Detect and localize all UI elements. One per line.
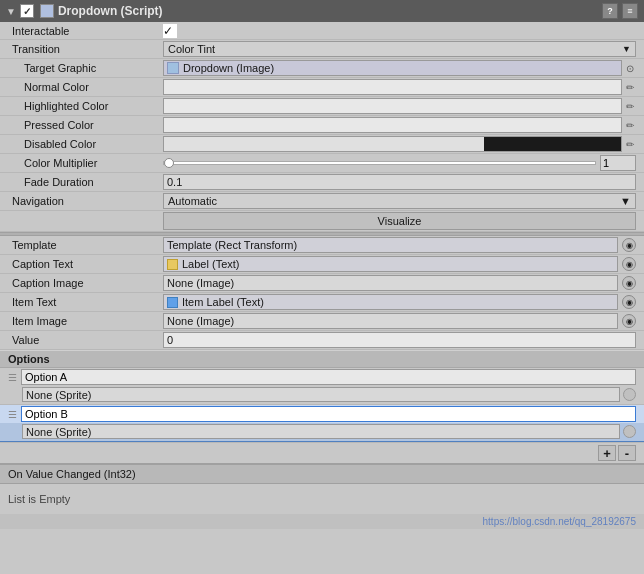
- color-multiplier-thumb[interactable]: [164, 158, 174, 168]
- disabled-color-row: Disabled Color ✏: [0, 135, 644, 154]
- item-text-circle-btn[interactable]: ◉: [622, 295, 636, 309]
- disabled-color-label: Disabled Color: [8, 138, 163, 150]
- option-item-0: ☰ None (Sprite): [0, 368, 644, 405]
- fade-duration-input[interactable]: [163, 174, 636, 190]
- disabled-color-field[interactable]: [163, 136, 622, 152]
- color-multiplier-row: Color Multiplier: [0, 154, 644, 173]
- value-input[interactable]: [163, 332, 636, 348]
- caption-text-row: Caption Text Label (Text) ◉: [0, 255, 644, 274]
- add-option-button[interactable]: +: [598, 445, 616, 461]
- color-multiplier-input[interactable]: [600, 155, 636, 171]
- options-header: Options: [0, 350, 644, 368]
- interactable-row: Interactable ✓: [0, 22, 644, 40]
- highlighted-color-label: Highlighted Color: [8, 100, 163, 112]
- caption-text-icon: [167, 259, 178, 270]
- caption-image-label: Caption Image: [8, 277, 163, 289]
- navigation-dropdown[interactable]: Automatic ▼: [163, 193, 636, 209]
- value-row: Value: [0, 331, 644, 350]
- item-text-row: Item Text Item Label (Text) ◉: [0, 293, 644, 312]
- component-title: Dropdown (Script): [58, 4, 163, 18]
- pressed-color-edit[interactable]: ✏: [624, 119, 636, 131]
- caption-image-row: Caption Image None (Image) ◉: [0, 274, 644, 293]
- option-b-row: ☰: [0, 405, 644, 423]
- item-text-label: Item Text: [8, 296, 163, 308]
- highlighted-color-edit[interactable]: ✏: [624, 100, 636, 112]
- item-image-circle-btn[interactable]: ◉: [622, 314, 636, 328]
- item-image-label: Item Image: [8, 315, 163, 327]
- option-a-handle[interactable]: ☰: [8, 372, 17, 383]
- pressed-color-label: Pressed Color: [8, 119, 163, 131]
- visualize-button[interactable]: Visualize: [163, 212, 636, 230]
- template-row: Template Template (Rect Transform) ◉: [0, 236, 644, 255]
- caption-text-circle-btn[interactable]: ◉: [622, 257, 636, 271]
- caption-text-label: Caption Text: [8, 258, 163, 270]
- pressed-color-field[interactable]: [163, 117, 622, 133]
- item-text-icon: [167, 297, 178, 308]
- inspector-panel: ▼ ✓ Dropdown (Script) ? ≡ Interactable ✓…: [0, 0, 644, 529]
- option-a-sprite-field: None (Sprite): [22, 387, 620, 402]
- option-b-sprite-row: None (Sprite): [0, 423, 644, 442]
- help-icon[interactable]: ?: [602, 3, 618, 19]
- highlighted-color-field[interactable]: [163, 98, 622, 114]
- add-remove-row: + -: [0, 443, 644, 463]
- template-label: Template: [8, 239, 163, 251]
- option-b-sprite-field: None (Sprite): [22, 424, 620, 439]
- script-icon: [40, 4, 54, 18]
- option-b-handle[interactable]: ☰: [8, 409, 17, 420]
- transition-row: Transition Color Tint ▼: [0, 40, 644, 59]
- event-section: On Value Changed (Int32) List is Empty: [0, 463, 644, 514]
- enabled-checkbox[interactable]: ✓: [20, 4, 34, 18]
- options-section: Options ☰ None (Sprite) ☰ None (Sp: [0, 350, 644, 463]
- normal-color-edit[interactable]: ✏: [624, 81, 636, 93]
- menu-icon[interactable]: ≡: [622, 3, 638, 19]
- item-text-field: Item Label (Text): [163, 294, 618, 310]
- caption-image-circle-btn[interactable]: ◉: [622, 276, 636, 290]
- target-graphic-field: Dropdown (Image): [163, 60, 622, 76]
- option-b-input[interactable]: [21, 406, 636, 422]
- option-a-sprite-circle[interactable]: [623, 388, 636, 401]
- highlighted-color-row: Highlighted Color ✏: [0, 97, 644, 116]
- collapse-arrow[interactable]: ▼: [6, 6, 16, 17]
- normal-color-row: Normal Color ✏: [0, 78, 644, 97]
- item-image-field: None (Image): [163, 313, 618, 329]
- option-item-1: ☰ None (Sprite): [0, 405, 644, 443]
- template-circle-btn[interactable]: ◉: [622, 238, 636, 252]
- disabled-color-edit[interactable]: ✏: [624, 138, 636, 150]
- component-header: ▼ ✓ Dropdown (Script) ? ≡: [0, 0, 644, 22]
- color-multiplier-slider-container: [163, 155, 636, 171]
- transition-dropdown-arrow: ▼: [622, 44, 631, 54]
- option-a-input[interactable]: [21, 369, 636, 385]
- caption-text-field: Label (Text): [163, 256, 618, 272]
- value-label: Value: [8, 334, 163, 346]
- option-b-sprite-circle[interactable]: [623, 425, 636, 438]
- pressed-color-row: Pressed Color ✏: [0, 116, 644, 135]
- fade-duration-label: Fade Duration: [8, 176, 163, 188]
- navigation-dropdown-arrow: ▼: [620, 195, 631, 207]
- target-graphic-label: Target Graphic: [8, 62, 163, 74]
- target-graphic-row: Target Graphic Dropdown (Image) ⊙: [0, 59, 644, 78]
- event-header: On Value Changed (Int32): [0, 465, 644, 484]
- transition-label: Transition: [8, 43, 163, 55]
- color-multiplier-label: Color Multiplier: [8, 157, 163, 169]
- color-multiplier-track[interactable]: [163, 161, 596, 165]
- interactable-label: Interactable: [8, 25, 163, 37]
- target-graphic-icon: [167, 62, 179, 74]
- interactable-checkbox[interactable]: ✓: [163, 24, 177, 38]
- option-a-row: ☰: [0, 368, 644, 386]
- event-empty-label: List is Empty: [0, 484, 644, 514]
- normal-color-label: Normal Color: [8, 81, 163, 93]
- navigation-row: Navigation Automatic ▼: [0, 192, 644, 211]
- target-graphic-edit[interactable]: ⊙: [624, 62, 636, 74]
- fade-duration-row: Fade Duration: [0, 173, 644, 192]
- caption-image-field: None (Image): [163, 275, 618, 291]
- transition-dropdown[interactable]: Color Tint ▼: [163, 41, 636, 57]
- visualize-row: Visualize: [0, 211, 644, 232]
- option-a-sprite-row: None (Sprite): [0, 386, 644, 404]
- footer-url: https://blog.csdn.net/qq_28192675: [0, 514, 644, 529]
- template-field: Template (Rect Transform): [163, 237, 618, 253]
- normal-color-field[interactable]: [163, 79, 622, 95]
- item-image-row: Item Image None (Image) ◉: [0, 312, 644, 331]
- remove-option-button[interactable]: -: [618, 445, 636, 461]
- navigation-label: Navigation: [8, 195, 163, 207]
